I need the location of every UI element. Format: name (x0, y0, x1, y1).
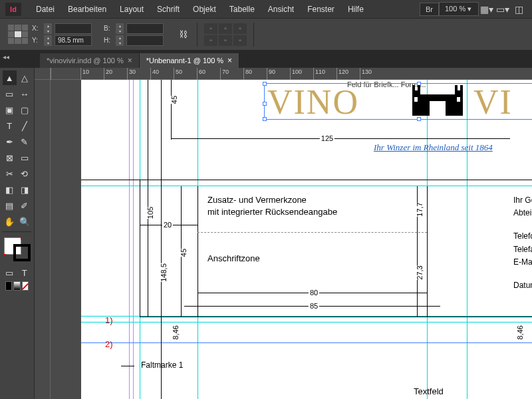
eyedropper-tool[interactable]: ✐ (18, 198, 32, 213)
dim-line (171, 138, 510, 139)
reference-point-icon[interactable] (8, 25, 28, 45)
frame-line (427, 186, 428, 317)
dim-label: 80 (309, 289, 319, 297)
tab-label: *vinovivir.indd @ 100 % (47, 57, 124, 65)
zoom-level[interactable]: 100 % ▾ (439, 2, 479, 16)
selection-tool[interactable]: ▲ (3, 70, 17, 85)
apply-color-swatch[interactable] (5, 281, 12, 291)
vertical-ruler[interactable] (35, 80, 51, 399)
zoom-tool[interactable]: 🔍 (18, 214, 32, 229)
svg-rect-1 (455, 90, 463, 116)
svg-rect-8 (457, 97, 460, 102)
margin-guide[interactable] (129, 80, 130, 399)
logo-text: VI (473, 82, 513, 122)
h-step-down[interactable]: ▾ (116, 41, 124, 46)
tab-vinovivir[interactable]: *vinovivir.indd @ 100 % × (40, 53, 140, 68)
hand-tool[interactable]: ✋ (3, 214, 17, 229)
align-icon[interactable]: ▫ (233, 35, 247, 46)
align-icon[interactable]: ▫ (204, 23, 217, 34)
w-step-down[interactable]: ▾ (116, 29, 124, 34)
menu-objekt[interactable]: Objekt (186, 2, 223, 17)
pencil-tool[interactable]: ✎ (18, 134, 32, 149)
guide[interactable] (81, 322, 532, 323)
anschrift-zone-label: Anschriftzone (207, 253, 260, 265)
gradient-swatch-tool[interactable]: ◧ (3, 182, 17, 197)
rectangle-tool[interactable]: ▭ (18, 150, 32, 165)
x-step-up[interactable]: ▴ (44, 23, 52, 29)
close-icon[interactable]: × (227, 56, 232, 65)
dim-label: 20 (162, 221, 173, 229)
dim-line (148, 80, 148, 317)
close-icon[interactable]: × (128, 56, 132, 65)
tab-unbenannt[interactable]: *Unbenannt-1 @ 100 % × (140, 53, 239, 68)
view-options-icon[interactable]: ▦▾ (479, 3, 495, 16)
formatting-container-icon[interactable]: ▭ (3, 265, 17, 280)
menu-ansicht[interactable]: Ansicht (261, 2, 301, 17)
formatting-text-icon[interactable]: T (18, 265, 32, 280)
rectangle-frame-tool[interactable]: ⊠ (3, 150, 17, 165)
direct-selection-tool[interactable]: △ (18, 70, 32, 85)
menu-layout[interactable]: Layout (113, 2, 150, 17)
faltmarke-label: Faltmarke 1 (141, 360, 183, 370)
dim-label: 45 (178, 249, 189, 257)
horizontal-ruler[interactable]: 10 20 30 40 50 60 70 80 90 100 110 120 1… (51, 68, 532, 80)
menu-hilfe[interactable]: Hilfe (341, 2, 370, 17)
align-icon[interactable]: ▫ (219, 23, 232, 34)
guide[interactable] (467, 80, 467, 399)
page-tool[interactable]: ▭ (3, 86, 17, 101)
y-step-up[interactable]: ▴ (44, 35, 52, 41)
arrange-icon[interactable]: ◫ (511, 3, 527, 16)
content-placer-tool[interactable]: ▢ (18, 102, 32, 117)
guide[interactable] (81, 342, 532, 343)
bridge-button[interactable]: Br (420, 3, 439, 16)
menu-bearbeiten[interactable]: Bearbeiten (61, 2, 113, 17)
line-tool[interactable]: ╱ (18, 118, 32, 133)
type-tool[interactable]: T (3, 118, 17, 133)
h-step-up[interactable]: ▴ (116, 35, 124, 41)
align-icon[interactable]: ▫ (204, 35, 217, 46)
dim-label: 8,46 (170, 325, 181, 339)
gap-tool[interactable]: ↔ (18, 86, 32, 101)
logo-text: VINO (267, 82, 359, 122)
tab-label: *Unbenannt-1 @ 100 % (146, 57, 223, 65)
ruler-origin[interactable] (35, 68, 51, 80)
menu-schrift[interactable]: Schrift (150, 2, 186, 17)
gradient-feather-tool[interactable]: ◨ (18, 182, 32, 197)
note-tool[interactable]: ▤ (3, 198, 17, 213)
apply-gradient-swatch[interactable] (13, 281, 20, 291)
align-icon[interactable]: ▫ (219, 35, 232, 46)
pen-tool[interactable]: ✒ (3, 134, 17, 149)
apply-none-swatch[interactable] (22, 281, 29, 291)
svg-rect-4 (455, 85, 458, 90)
y-input[interactable] (55, 35, 92, 46)
frame-line (81, 180, 532, 180)
w-step-up[interactable]: ▴ (116, 23, 124, 29)
x-step-down[interactable]: ▾ (44, 29, 52, 34)
y-label: Y: (32, 37, 41, 44)
align-icon[interactable]: ▫ (233, 23, 247, 34)
dim-label: 85 (309, 302, 319, 310)
y-step-down[interactable]: ▾ (44, 41, 52, 46)
content-collector-tool[interactable]: ▣ (3, 102, 17, 117)
svg-rect-2 (412, 85, 415, 90)
scissors-tool[interactable]: ✂ (3, 166, 17, 181)
constrain-icon[interactable]: ⛓ (176, 27, 190, 42)
menu-fenster[interactable]: Fenster (301, 2, 341, 17)
menu-tabelle[interactable]: Tabelle (223, 2, 261, 17)
marker-1: 1) (105, 315, 113, 325)
screen-mode-icon[interactable]: ▭▾ (495, 3, 511, 16)
x-input[interactable] (55, 23, 92, 34)
transform-tool[interactable]: ⟲ (18, 166, 32, 181)
control-bar: X: ▴▾ Y: ▴▾ B: ▴▾ H: ▴▾ ⛓ ▫ ▫ ▫ ▫ ▫ ▫ (0, 19, 532, 51)
svg-rect-7 (414, 97, 418, 102)
canvas[interactable]: 10 20 30 40 50 60 70 80 90 100 110 120 1… (35, 68, 532, 399)
collapse-panels-icon[interactable]: ◂◂ (3, 53, 9, 61)
h-input[interactable] (126, 35, 164, 46)
w-input[interactable] (126, 23, 164, 34)
menu-datei[interactable]: Datei (29, 2, 61, 17)
toolbox: ▲△ ▭↔ ▣▢ T╱ ✒✎ ⊠▭ ✂⟲ ◧◨ ▤✐ ✋🔍 ▭T (0, 68, 35, 399)
fill-stroke-icon[interactable] (4, 237, 31, 261)
textfeld-label: Textfeld (414, 386, 444, 398)
dim-label: 105 (145, 207, 156, 219)
margin-guide[interactable] (133, 80, 134, 399)
